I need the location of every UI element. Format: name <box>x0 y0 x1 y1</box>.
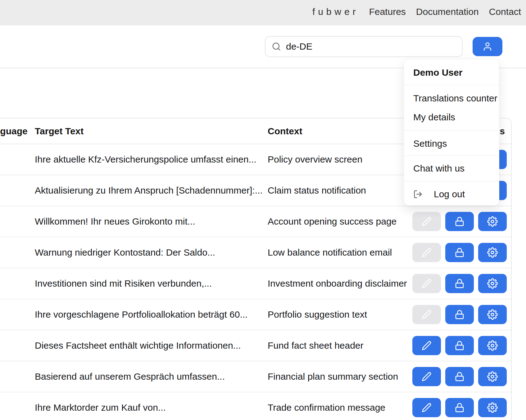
menu-divider <box>404 155 499 156</box>
column-header-language: Language <box>0 126 28 136</box>
row-context: Policy overview screen <box>268 154 362 165</box>
row-actions <box>412 305 507 324</box>
row-target-text: Basierend auf unserem Gespräch umfassen.… <box>35 371 225 382</box>
gear-icon <box>487 340 498 351</box>
gear-icon <box>487 247 498 258</box>
top-nav: fubwer Features Documentation Contact <box>0 0 526 25</box>
lock-icon <box>455 372 465 382</box>
row-context: Financial plan summary section <box>268 371 398 382</box>
nav-link-documentation[interactable]: Documentation <box>416 7 479 17</box>
edit-button[interactable] <box>412 243 441 262</box>
user-dropdown-menu: Demo User Translations counter My detail… <box>404 59 499 206</box>
pencil-icon <box>422 341 432 351</box>
search-input[interactable] <box>286 41 456 52</box>
lock-button[interactable] <box>445 367 474 386</box>
settings-button[interactable] <box>478 243 507 262</box>
gear-icon <box>487 402 498 413</box>
row-target-text: Ihre Marktorder zum Kauf von... <box>35 402 166 413</box>
menu-item-my-details[interactable]: My details <box>413 108 493 127</box>
menu-item-settings[interactable]: Settings <box>413 134 493 153</box>
lock-icon <box>455 279 465 288</box>
menu-divider <box>404 85 499 85</box>
settings-button[interactable] <box>478 212 507 231</box>
lock-icon <box>455 341 465 351</box>
nav-link-features[interactable]: Features <box>369 7 406 17</box>
pencil-icon <box>422 248 432 257</box>
settings-button[interactable] <box>478 305 507 324</box>
avatar-button[interactable] <box>473 37 502 56</box>
lock-button[interactable] <box>445 274 474 293</box>
nav-link-contact[interactable]: Contact <box>489 7 521 17</box>
table-row: Dieses Factsheet enthält wichtige Inform… <box>0 330 511 361</box>
row-actions <box>412 398 507 417</box>
menu-item-translations-counter[interactable]: Translations counter <box>413 89 493 108</box>
row-actions <box>412 336 507 355</box>
user-icon <box>483 42 492 51</box>
row-actions <box>412 243 507 262</box>
row-target-text: Dieses Factsheet enthält wichtige Inform… <box>35 340 241 351</box>
edit-button[interactable] <box>412 398 441 417</box>
settings-button[interactable] <box>478 367 507 386</box>
gear-icon <box>487 371 498 382</box>
settings-button[interactable] <box>478 274 507 293</box>
lock-button[interactable] <box>445 336 474 355</box>
table-row: Ihre Marktorder zum Kauf von... Trade co… <box>0 392 511 420</box>
menu-item-log-out-label: Log out <box>434 189 465 199</box>
row-context: Investment onboarding disclaimer <box>268 278 407 289</box>
column-header-context: Context <box>268 126 302 136</box>
edit-button[interactable] <box>412 212 441 231</box>
row-target-text: Investitionen sind mit Risiken verbunden… <box>35 278 212 289</box>
table-row: Basierend auf unserem Gespräch umfassen.… <box>0 361 511 392</box>
menu-user-name: Demo User <box>413 63 493 82</box>
gear-icon <box>487 278 498 289</box>
row-context: Fund fact sheet header <box>268 340 364 351</box>
search-icon <box>272 42 281 51</box>
lock-icon <box>455 248 465 257</box>
brand-logo[interactable]: fubwer <box>312 7 359 17</box>
pencil-icon <box>422 279 432 288</box>
pencil-icon <box>422 403 432 413</box>
menu-item-chat-with-us[interactable]: Chat with us <box>413 159 493 178</box>
gear-icon <box>487 216 498 227</box>
lock-icon <box>455 403 465 413</box>
table-row: Warnung niedriger Kontostand: Der Saldo.… <box>0 237 511 268</box>
lock-icon <box>455 310 465 319</box>
settings-button[interactable] <box>478 398 507 417</box>
row-context: Low balance notification email <box>268 247 392 258</box>
row-context: Portfolio suggestion text <box>268 309 367 320</box>
log-out-icon <box>413 190 423 199</box>
menu-divider <box>404 130 499 131</box>
edit-button[interactable] <box>412 367 441 386</box>
row-target-text: Aktualisierung zu Ihrem Anspruch [Schade… <box>35 185 263 196</box>
row-actions <box>412 212 507 231</box>
table-row: Ihre vorgeschlagene Portfolioallokation … <box>0 299 511 330</box>
row-context: Account opening success page <box>268 216 397 227</box>
row-target-text: Ihre aktuelle Kfz-Versicherungspolice um… <box>35 154 256 165</box>
column-header-target-text: Target Text <box>35 126 84 136</box>
edit-button[interactable] <box>412 336 441 355</box>
pencil-icon <box>422 372 432 382</box>
menu-divider <box>404 181 499 181</box>
menu-item-log-out[interactable]: Log out <box>413 185 493 203</box>
edit-button[interactable] <box>412 274 441 293</box>
row-target-text: Warnung niedriger Kontostand: Der Saldo.… <box>35 247 215 258</box>
row-actions <box>412 274 507 293</box>
row-target-text: Ihre vorgeschlagene Portfolioallokation … <box>35 309 247 320</box>
lock-button[interactable] <box>445 305 474 324</box>
table-row: Investitionen sind mit Risiken verbunden… <box>0 268 511 299</box>
row-context: Claim status notification <box>268 185 366 196</box>
row-actions <box>412 367 507 386</box>
gear-icon <box>487 309 498 320</box>
pencil-icon <box>422 310 432 319</box>
lock-icon <box>455 217 465 226</box>
row-context: Trade confirmation message <box>268 402 385 413</box>
lock-button[interactable] <box>445 243 474 262</box>
row-target-text: Willkommen! Ihr neues Girokonto mit... <box>35 216 195 227</box>
table-row: Willkommen! Ihr neues Girokonto mit... A… <box>0 206 511 237</box>
edit-button[interactable] <box>412 305 441 324</box>
settings-button[interactable] <box>478 336 507 355</box>
lock-button[interactable] <box>445 398 474 417</box>
pencil-icon <box>422 217 432 226</box>
search-box <box>265 36 463 57</box>
lock-button[interactable] <box>445 212 474 231</box>
